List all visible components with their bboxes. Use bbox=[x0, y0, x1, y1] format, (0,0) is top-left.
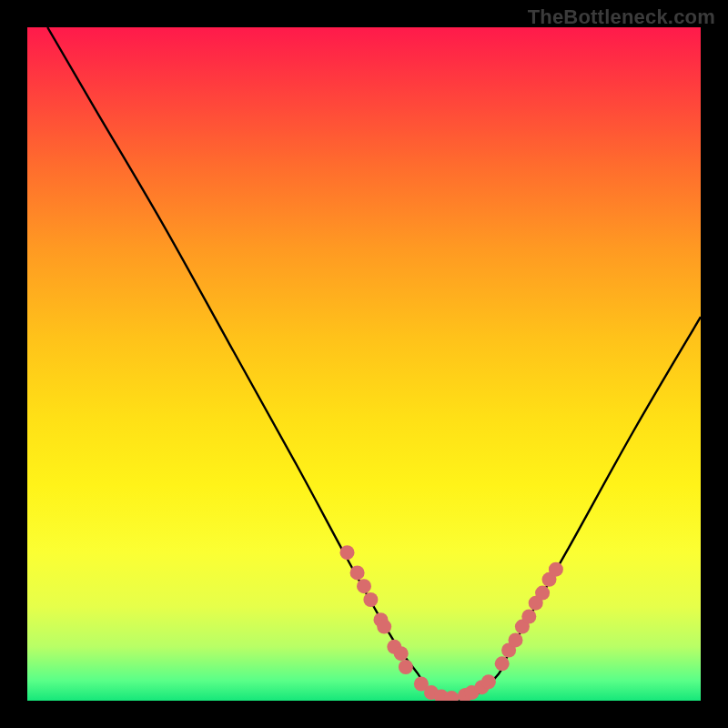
marker-dot bbox=[549, 562, 563, 577]
marker-dot bbox=[357, 579, 371, 593]
marker-dot bbox=[495, 656, 510, 671]
marker-dot bbox=[377, 620, 391, 634]
marker-dots bbox=[340, 545, 563, 701]
marker-dot bbox=[350, 565, 365, 580]
marker-dot bbox=[521, 610, 536, 624]
watermark-text: TheBottleneck.com bbox=[528, 5, 715, 29]
marker-dot bbox=[340, 545, 355, 560]
chart-svg bbox=[27, 27, 701, 701]
marker-dot bbox=[363, 592, 378, 607]
marker-dot bbox=[399, 660, 413, 674]
marker-dot bbox=[481, 674, 496, 689]
chart-frame: TheBottleneck.com bbox=[0, 0, 728, 728]
plot-area bbox=[27, 27, 701, 701]
marker-dot bbox=[394, 646, 409, 661]
marker-dot bbox=[535, 586, 550, 601]
marker-dot bbox=[509, 632, 523, 647]
